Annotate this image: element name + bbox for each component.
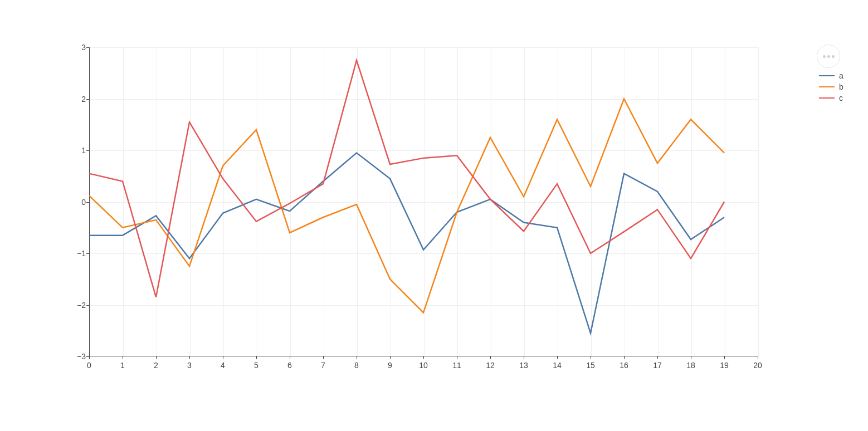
tick-mark-y xyxy=(86,99,89,100)
tick-mark-x xyxy=(223,356,223,359)
x-tick-label: 14 xyxy=(553,361,562,370)
x-tick-label: 4 xyxy=(221,361,225,370)
ellipsis-icon xyxy=(832,55,835,58)
series-line-c[interactable] xyxy=(89,60,724,297)
tick-mark-x xyxy=(490,356,491,359)
tick-mark-x xyxy=(357,356,357,359)
tick-mark-y xyxy=(86,202,89,203)
x-tick-label: 20 xyxy=(753,361,762,370)
y-tick-label: −1 xyxy=(72,249,86,258)
series-line-a[interactable] xyxy=(89,153,724,334)
tick-mark-x xyxy=(524,356,524,359)
ellipsis-icon xyxy=(827,55,830,58)
legend-label-c: c xyxy=(839,94,843,102)
x-tick-label: 1 xyxy=(120,361,125,370)
y-tick-label: 2 xyxy=(72,95,86,104)
x-tick-label: 5 xyxy=(254,361,259,370)
x-tick-label: 11 xyxy=(452,361,461,370)
chart-lines xyxy=(89,47,758,356)
tick-mark-x xyxy=(256,356,257,359)
x-tick-label: 12 xyxy=(486,361,495,370)
y-tick-label: 0 xyxy=(72,198,86,207)
x-tick-label: 18 xyxy=(686,361,695,370)
tick-mark-x xyxy=(758,356,758,359)
x-tick-label: 13 xyxy=(519,361,528,370)
legend-swatch-c xyxy=(819,97,835,99)
tick-mark-y xyxy=(86,305,89,306)
y-tick-label: −3 xyxy=(72,352,86,361)
y-tick-label: −2 xyxy=(72,301,86,310)
legend: a b c xyxy=(819,71,843,105)
legend-item-b[interactable]: b xyxy=(819,82,843,91)
x-tick-label: 15 xyxy=(586,361,595,370)
x-tick-label: 17 xyxy=(653,361,662,370)
x-tick-label: 16 xyxy=(620,361,628,370)
legend-label-a: a xyxy=(839,71,843,80)
tick-mark-x xyxy=(123,356,123,359)
legend-item-a[interactable]: a xyxy=(819,71,843,80)
legend-swatch-a xyxy=(819,75,835,76)
y-tick-label: 1 xyxy=(72,146,86,155)
tick-mark-x xyxy=(189,356,190,359)
series-line-b[interactable] xyxy=(89,99,724,313)
legend-item-c[interactable]: c xyxy=(819,94,843,102)
x-tick-label: 8 xyxy=(354,361,359,370)
x-tick-label: 9 xyxy=(388,361,392,370)
tick-mark-y xyxy=(86,253,89,254)
tick-mark-x xyxy=(423,356,424,359)
gridline-v xyxy=(758,47,759,356)
ellipsis-icon xyxy=(823,55,826,58)
legend-swatch-b xyxy=(819,86,835,87)
tick-mark-x xyxy=(390,356,391,359)
tick-mark-y xyxy=(86,356,89,357)
legend-label-b: b xyxy=(839,82,843,91)
tick-mark-x xyxy=(290,356,290,359)
tick-mark-x xyxy=(691,356,691,359)
tick-mark-x xyxy=(89,356,90,359)
y-tick-label: 3 xyxy=(72,43,86,52)
chart-options-button[interactable] xyxy=(817,45,840,68)
tick-mark-x xyxy=(657,356,658,359)
tick-mark-y xyxy=(86,47,89,48)
tick-mark-x xyxy=(591,356,591,359)
chart-container: a b c 01234567891011121314151617181920−3… xyxy=(45,22,847,412)
tick-mark-y xyxy=(86,150,89,151)
x-tick-label: 2 xyxy=(154,361,158,370)
x-tick-label: 0 xyxy=(87,361,91,370)
tick-mark-x xyxy=(457,356,457,359)
tick-mark-x xyxy=(624,356,625,359)
x-tick-label: 3 xyxy=(187,361,192,370)
x-tick-label: 10 xyxy=(419,361,428,370)
x-tick-label: 19 xyxy=(720,361,729,370)
tick-mark-x xyxy=(156,356,157,359)
tick-mark-x xyxy=(557,356,558,359)
tick-mark-x xyxy=(323,356,324,359)
tick-mark-x xyxy=(724,356,725,359)
x-tick-label: 7 xyxy=(321,361,325,370)
x-tick-label: 6 xyxy=(287,361,292,370)
